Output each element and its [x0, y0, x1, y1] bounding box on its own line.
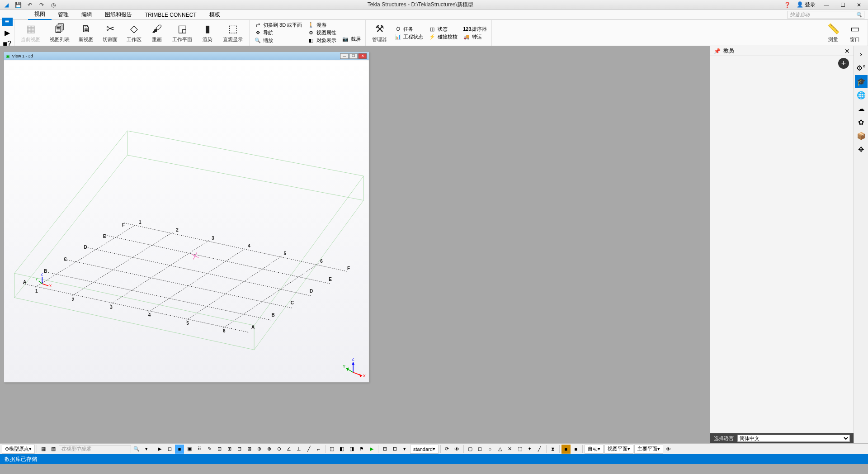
bb-view3-icon[interactable]: ◨: [347, 445, 356, 454]
subwin-close[interactable]: ✕: [359, 53, 367, 58]
task-button[interactable]: ⏱任务: [394, 25, 423, 33]
proj-status-button[interactable]: 📊工程状态: [394, 33, 423, 41]
pin-icon[interactable]: 📌: [714, 48, 721, 54]
side-settings-icon[interactable]: ✿: [855, 116, 868, 128]
work-area-button[interactable]: ◇工作区: [122, 21, 146, 45]
bb-pencil-icon[interactable]: ✎: [205, 445, 214, 454]
side-panel-close[interactable]: ✕: [844, 47, 850, 55]
screenshot-button[interactable]: 📷截屏: [342, 35, 361, 43]
menu-templates[interactable]: 模板: [203, 10, 226, 19]
navigate-button[interactable]: ✥导航: [254, 29, 302, 37]
work-plane-button[interactable]: ◲工作平面: [168, 21, 197, 45]
menu-drawings[interactable]: 图纸和报告: [99, 10, 138, 19]
view-plane-dropdown[interactable]: 视图平面 ▾: [604, 445, 633, 454]
side-box-icon[interactable]: 📦: [855, 129, 868, 142]
hamburger-icon[interactable]: ≡: [2, 18, 13, 26]
direct-display-button[interactable]: ⬚直观显示: [218, 21, 247, 45]
bb-shape8-icon[interactable]: ╱: [535, 445, 544, 454]
side-globe-icon[interactable]: 🌐: [855, 89, 868, 101]
bb-snap6-icon[interactable]: ⊗: [264, 445, 274, 454]
manager-button[interactable]: ⚒管理器: [368, 21, 392, 45]
bb-shape5-icon[interactable]: ✕: [505, 445, 514, 454]
snap-mode-dropdown[interactable]: ⊕ 模型原点 ▾: [2, 445, 35, 454]
bb-fill-icon[interactable]: ■: [175, 445, 184, 454]
side-move-icon[interactable]: ✥: [855, 143, 868, 156]
bb-flag-icon[interactable]: ⚑: [357, 445, 366, 454]
bb-shape1-icon[interactable]: ▢: [466, 445, 475, 454]
bb-pointer-icon[interactable]: ▶: [155, 445, 164, 454]
sorter-button[interactable]: 123...排序器: [463, 25, 487, 33]
maximize-button[interactable]: ☐: [837, 0, 848, 9]
bb-perp-icon[interactable]: ⊥: [294, 445, 303, 454]
bb-view1-icon[interactable]: ◫: [327, 445, 336, 454]
roam-button[interactable]: 🚶漫游: [307, 21, 336, 29]
bb-comp-dropdown[interactable]: ▾: [400, 445, 409, 454]
render-button[interactable]: ▮渲染: [197, 21, 218, 45]
menu-view[interactable]: 视图: [28, 9, 52, 20]
standard-dropdown[interactable]: standard ▾: [410, 445, 439, 454]
bb-snap1-icon[interactable]: ⊡: [215, 445, 224, 454]
view-3d-canvas[interactable]: A B C D E F A B C D E F 1 2 3: [4, 60, 369, 382]
subwindow-titlebar[interactable]: ▣ View 1 - 3d — ☐ ✕: [4, 52, 369, 60]
bb-shape3-icon[interactable]: ○: [486, 445, 495, 454]
clash-button[interactable]: ⚡碰撞校核: [429, 33, 458, 41]
auto-dropdown[interactable]: 自动 ▾: [585, 445, 604, 454]
side-graduate-icon[interactable]: 🎓: [855, 75, 868, 88]
zoom-button[interactable]: 🔍缩放: [254, 37, 302, 44]
bb-dots-icon[interactable]: ⠿: [195, 445, 204, 454]
bb-view2-icon[interactable]: ◧: [337, 445, 346, 454]
bb-select-icon[interactable]: ◻: [165, 445, 174, 454]
minimize-button[interactable]: —: [821, 0, 832, 9]
redraw-button[interactable]: 🖌重画: [146, 21, 168, 45]
login-link[interactable]: 👤 登录: [797, 1, 816, 9]
window-button[interactable]: ▭窗口: [844, 21, 866, 45]
view-list-button[interactable]: 🗐视图列表: [45, 21, 74, 45]
save-icon[interactable]: 💾: [14, 1, 22, 9]
bb-snap7-icon[interactable]: ⊙: [274, 445, 283, 454]
clip-plane-button[interactable]: ✂切割面: [98, 21, 122, 45]
bb-shape7-icon[interactable]: ✦: [525, 445, 534, 454]
menu-edit[interactable]: 编辑: [75, 10, 99, 19]
help-icon[interactable]: ❓: [784, 1, 791, 9]
bb-line-icon[interactable]: ╱: [304, 445, 313, 454]
bb-snap4-icon[interactable]: ⊠: [245, 445, 254, 454]
measure-button[interactable]: 📏测量: [822, 21, 844, 45]
model-search-input[interactable]: 在模型中搜索: [59, 445, 131, 453]
main-plane-dropdown[interactable]: 主要平面 ▾: [634, 445, 663, 454]
bb-comp2-icon[interactable]: ⊡: [390, 445, 399, 454]
bb-shape4-icon[interactable]: △: [495, 445, 505, 454]
bb-shape6-icon[interactable]: ⬚: [515, 445, 524, 454]
bb-comp1-icon[interactable]: ⊞: [380, 445, 389, 454]
new-view-button[interactable]: 🗎新视图: [74, 21, 98, 45]
bb-hourglass-icon[interactable]: ⧗: [548, 445, 557, 454]
menu-manage[interactable]: 管理: [52, 10, 75, 19]
transport-button[interactable]: 🚚转运: [463, 33, 487, 41]
bb-snap5-icon[interactable]: ⊕: [255, 445, 264, 454]
quick-launch-input[interactable]: 快速启动 🔍: [788, 11, 864, 19]
view-props-button[interactable]: ⚙视图属性: [307, 29, 336, 37]
bb-squares-icon[interactable]: ▣: [185, 445, 194, 454]
bb-grid1-icon[interactable]: ▦: [39, 445, 48, 454]
status-button[interactable]: ◫状态: [429, 25, 458, 33]
bb-snap3-icon[interactable]: ⊟: [235, 445, 244, 454]
side-gear-icon[interactable]: ⚙°: [855, 62, 868, 74]
bb-snap2-icon[interactable]: ⊞: [225, 445, 234, 454]
pointer-tool-icon[interactable]: ▶: [2, 28, 13, 37]
bb-search-icon[interactable]: 🔍: [132, 445, 141, 454]
undo-icon[interactable]: ↶: [26, 1, 33, 9]
bb-corner-icon[interactable]: ⌐: [314, 445, 323, 454]
bb-grid2-icon[interactable]: ▨: [49, 445, 58, 454]
bb-shape2-icon[interactable]: ◻: [476, 445, 485, 454]
bb-eye2-icon[interactable]: 👁: [664, 445, 673, 454]
bb-green-icon[interactable]: ▶: [367, 445, 376, 454]
subwin-maximize[interactable]: ☐: [349, 53, 358, 58]
redo-icon[interactable]: ↷: [38, 1, 45, 9]
close-button[interactable]: ✕: [854, 0, 864, 9]
language-select[interactable]: 简体中文: [737, 435, 850, 442]
subwin-minimize[interactable]: —: [340, 53, 349, 58]
side-expand-icon[interactable]: ›: [855, 48, 868, 61]
bb-angle-icon[interactable]: ∠: [284, 445, 293, 454]
current-view-button[interactable]: ▦当前视图: [16, 21, 45, 45]
bb-dropdown-icon[interactable]: ▾: [142, 445, 151, 454]
bb-refresh-icon[interactable]: ⟳: [443, 445, 452, 454]
